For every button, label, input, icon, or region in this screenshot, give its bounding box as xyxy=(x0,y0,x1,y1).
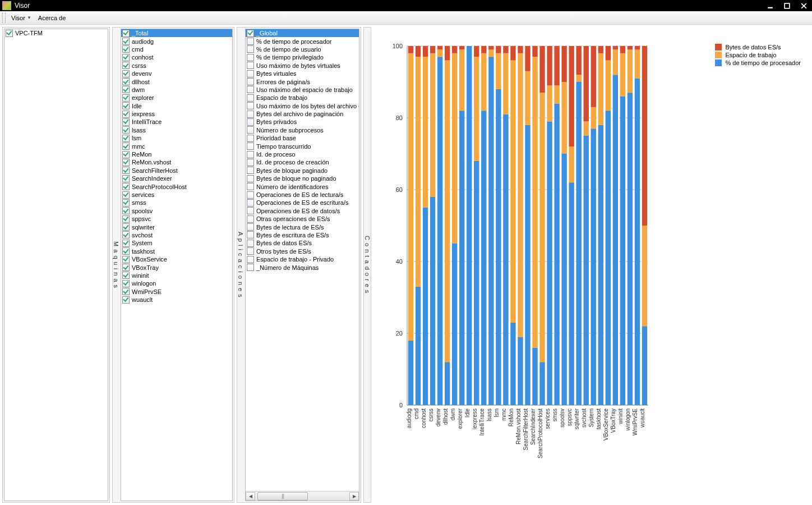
list-item[interactable]: sqlwriter xyxy=(121,223,232,231)
list-item[interactable]: lsm xyxy=(121,134,232,142)
list-item[interactable]: Operaciones de ES de escritura/s xyxy=(246,199,359,206)
checkbox[interactable] xyxy=(122,264,130,271)
checkbox[interactable] xyxy=(247,102,254,109)
checkbox[interactable] xyxy=(247,247,254,255)
checkbox[interactable] xyxy=(122,38,130,45)
list-item[interactable]: Uso máximo del espacio de trabajo xyxy=(246,86,359,94)
list-item[interactable]: spoolsv xyxy=(121,207,232,215)
checkbox[interactable] xyxy=(247,207,254,214)
checkbox[interactable] xyxy=(247,215,254,223)
list-item[interactable]: dwm xyxy=(121,86,232,94)
checkbox[interactable] xyxy=(247,191,254,199)
list-item[interactable]: mmc xyxy=(121,142,232,150)
checkbox[interactable] xyxy=(247,264,254,271)
list-item[interactable]: wininit xyxy=(121,272,232,279)
checkbox[interactable] xyxy=(122,159,130,166)
menu-about[interactable]: Acerca de xyxy=(35,13,70,22)
checkbox[interactable] xyxy=(122,167,130,174)
checkbox[interactable] xyxy=(247,45,254,53)
minimize-button[interactable] xyxy=(762,0,778,11)
checkbox[interactable] xyxy=(247,167,254,174)
list-item[interactable]: Idle xyxy=(121,102,232,110)
checkbox[interactable] xyxy=(122,215,130,223)
list-item[interactable]: Tiempo transcurrido xyxy=(246,142,359,150)
toolbar-grip[interactable] xyxy=(2,13,6,23)
list-item[interactable]: wuauclt xyxy=(121,296,232,304)
list-item[interactable]: Operaciones de ES de datos/s xyxy=(246,207,359,215)
list-item[interactable]: VBoxTray xyxy=(121,263,232,271)
list-item[interactable]: ReMon.vshost xyxy=(121,158,232,166)
checkbox[interactable] xyxy=(247,38,254,45)
counters-hscroll[interactable]: ◀ ▶ xyxy=(246,491,359,501)
list-apps[interactable]: _Totalaudiodgcmdconhostcsrssdevenvdllhos… xyxy=(121,29,232,501)
list-item[interactable]: Número de identificadores xyxy=(246,182,359,190)
list-item[interactable]: Errores de página/s xyxy=(246,77,359,85)
checkbox[interactable] xyxy=(122,280,130,287)
checkbox[interactable] xyxy=(122,45,130,53)
list-item[interactable]: _Global xyxy=(246,29,359,37)
checkbox[interactable] xyxy=(247,118,254,126)
checkbox[interactable] xyxy=(247,62,254,69)
checkbox[interactable] xyxy=(122,94,130,102)
checkbox[interactable] xyxy=(122,272,130,279)
checkbox[interactable] xyxy=(247,199,254,206)
list-item[interactable]: services xyxy=(121,191,232,199)
checkbox[interactable] xyxy=(122,288,130,295)
checkbox[interactable] xyxy=(122,175,130,182)
list-item[interactable]: Bytes de escritura de ES/s xyxy=(246,231,359,239)
list-item[interactable]: explorer xyxy=(121,94,232,102)
checkbox[interactable] xyxy=(122,135,130,142)
checkbox[interactable] xyxy=(247,126,254,134)
list-item[interactable]: Número de subprocesos xyxy=(246,126,359,134)
list-item[interactable]: Bytes de datos ES/s xyxy=(246,239,359,247)
list-counters[interactable]: _Global% de tiempo de procesador% de tie… xyxy=(246,29,359,491)
list-item[interactable]: Prioridad base xyxy=(246,134,359,142)
checkbox[interactable] xyxy=(122,183,130,190)
list-item[interactable]: _Total xyxy=(121,29,232,37)
list-item[interactable]: Id. de proceso de creación xyxy=(246,158,359,166)
scroll-right-button[interactable]: ▶ xyxy=(349,492,359,501)
checkbox[interactable] xyxy=(247,256,254,263)
list-item[interactable]: csrss xyxy=(121,62,232,70)
list-item[interactable]: VBoxService xyxy=(121,255,232,263)
checkbox[interactable] xyxy=(122,199,130,206)
list-item[interactable]: SearchIndexer xyxy=(121,175,232,182)
checkbox[interactable] xyxy=(122,223,130,231)
checkbox[interactable] xyxy=(122,70,130,77)
list-item[interactable]: Bytes virtuales xyxy=(246,70,359,77)
checkbox[interactable] xyxy=(122,102,130,109)
list-item[interactable]: cmd xyxy=(121,45,232,53)
checkbox[interactable] xyxy=(247,86,254,93)
checkbox[interactable] xyxy=(122,151,130,158)
list-item[interactable]: System xyxy=(121,239,232,247)
list-item[interactable]: SearchProtocolHost xyxy=(121,182,232,190)
list-item[interactable]: WmiPrvSE xyxy=(121,288,232,296)
scroll-track[interactable] xyxy=(255,492,349,501)
list-item[interactable]: devenv xyxy=(121,70,232,77)
checkbox[interactable] xyxy=(247,240,254,247)
checkbox[interactable] xyxy=(122,62,130,69)
checkbox[interactable] xyxy=(122,78,130,85)
checkbox[interactable] xyxy=(122,231,130,238)
list-item[interactable]: lsass xyxy=(121,126,232,134)
list-item[interactable]: Bytes del archivo de paginación xyxy=(246,110,359,118)
list-item[interactable]: Otras operaciones de ES/s xyxy=(246,215,359,223)
maximize-button[interactable] xyxy=(778,0,795,11)
checkbox[interactable] xyxy=(122,54,130,61)
checkbox[interactable] xyxy=(247,78,254,85)
list-item[interactable]: Operaciones de ES de lectura/s xyxy=(246,191,359,199)
checkbox[interactable] xyxy=(247,111,254,118)
list-item[interactable]: Otros bytes de ES/s xyxy=(246,247,359,255)
list-item[interactable]: % de tiempo de usuario xyxy=(246,45,359,53)
list-item[interactable]: Id. de proceso xyxy=(246,150,359,158)
list-item[interactable]: % de tiempo privilegiado xyxy=(246,53,359,61)
list-item[interactable]: Espacio de trabajo xyxy=(246,94,359,102)
checkbox[interactable] xyxy=(247,70,254,77)
list-item[interactable]: Bytes de bloque paginado xyxy=(246,167,359,175)
checkbox[interactable] xyxy=(247,30,254,37)
list-item[interactable]: Uso máximo de bytes virtuales xyxy=(246,62,359,70)
list-item[interactable]: _Número de Máquinas xyxy=(246,263,359,271)
list-item[interactable]: IntelliTrace xyxy=(121,118,232,126)
list-item[interactable]: conhost xyxy=(121,53,232,61)
list-item[interactable]: SearchFilterHost xyxy=(121,167,232,175)
